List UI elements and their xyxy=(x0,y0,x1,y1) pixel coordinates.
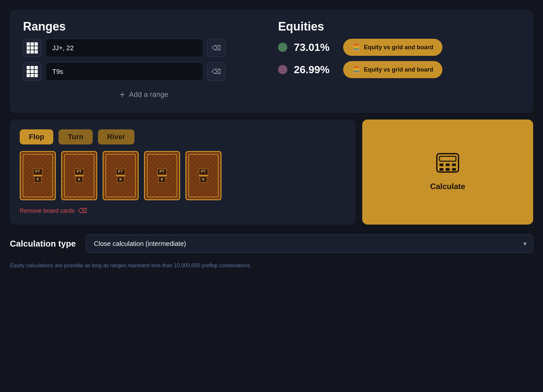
add-range-label: Add a range xyxy=(129,90,168,99)
street-buttons: Flop Turn River xyxy=(20,129,346,144)
svg-rect-7 xyxy=(452,168,456,171)
turn-button[interactable]: Turn xyxy=(59,129,92,144)
calc-type-label: Calculation type xyxy=(10,239,76,249)
cards-row: PT K PT K PT xyxy=(20,151,346,200)
card-logo-bar-4 xyxy=(157,175,167,176)
main-content-row: Ranges ⌫ xyxy=(23,20,520,103)
grid-btn-1[interactable] xyxy=(23,39,41,57)
equities-title: Equities xyxy=(278,20,520,33)
svg-rect-1 xyxy=(439,156,456,161)
svg-rect-5 xyxy=(439,168,443,171)
card-logo-top-3: PT xyxy=(116,169,126,174)
board-card-2[interactable]: PT K xyxy=(61,151,97,200)
equity-btn-label-1: Equity vs grid and board xyxy=(364,44,433,51)
svg-rect-2 xyxy=(439,163,443,166)
grid-icon-1 xyxy=(27,42,38,54)
card-logo-bottom-2: K xyxy=(76,177,83,183)
calc-type-select-wrapper: Close calculation (intermediate) Exact c… xyxy=(86,234,533,253)
equity-row-2: 26.99% 🧮 Equity vs grid and board xyxy=(278,61,520,78)
middle-row: Flop Turn River PT K PT xyxy=(10,120,533,225)
calc-type-row: Calculation type Close calculation (inte… xyxy=(10,231,533,256)
grid-btn-2[interactable] xyxy=(23,62,41,81)
river-button[interactable]: River xyxy=(98,129,134,144)
card-logo-bottom-5: K xyxy=(200,177,207,183)
equity-btn-1[interactable]: 🧮 Equity vs grid and board xyxy=(343,39,442,56)
calc-type-select[interactable]: Close calculation (intermediate) Exact c… xyxy=(86,234,533,253)
range-input-1[interactable] xyxy=(45,39,203,57)
remove-board-button[interactable]: Remove board cards ⌫ xyxy=(20,207,346,215)
card-logo-bar-3 xyxy=(116,175,125,176)
svg-rect-3 xyxy=(446,163,450,166)
svg-rect-4 xyxy=(452,163,456,166)
calculate-label: Calculate xyxy=(430,182,465,191)
grid-icon-2 xyxy=(27,66,38,77)
equity-value-1: 73.01% xyxy=(294,41,337,54)
equity-value-2: 26.99% xyxy=(294,64,337,76)
equity-btn-icon-1: 🧮 xyxy=(352,43,361,51)
range-row-1: ⌫ xyxy=(23,39,265,57)
card-logo-4: PT K xyxy=(157,169,167,183)
flop-button[interactable]: Flop xyxy=(20,129,53,144)
card-logo-bar-1 xyxy=(33,175,42,176)
card-logo-5: PT K xyxy=(199,169,208,183)
card-logo-bar-2 xyxy=(75,175,84,176)
board-card-1[interactable]: PT K xyxy=(20,151,56,200)
ranges-title: Ranges xyxy=(23,20,265,33)
equity-btn-label-2: Equity vs grid and board xyxy=(364,66,433,73)
card-logo-bottom-4: K xyxy=(158,177,165,183)
board-card-3[interactable]: PT K xyxy=(103,151,139,200)
card-logo-3: PT K xyxy=(116,169,126,183)
remove-board-icon: ⌫ xyxy=(78,207,87,215)
clear-btn-1[interactable]: ⌫ xyxy=(207,39,225,57)
equity-btn-2[interactable]: 🧮 Equity vs grid and board xyxy=(343,61,442,78)
equity-dot-2 xyxy=(278,65,287,74)
card-logo-2: PT K xyxy=(75,169,84,183)
calculator-icon xyxy=(436,153,459,177)
top-panel: Ranges ⌫ xyxy=(10,10,533,113)
card-logo-top-5: PT xyxy=(199,169,208,174)
card-logo-bottom-1: K xyxy=(34,177,41,183)
card-logo-top-4: PT xyxy=(157,169,167,174)
ranges-section: Ranges ⌫ xyxy=(23,20,265,103)
card-logo-top-2: PT xyxy=(75,169,84,174)
board-panel: Flop Turn River PT K PT xyxy=(10,120,356,225)
range-input-2[interactable] xyxy=(45,62,203,81)
equity-btn-icon-2: 🧮 xyxy=(352,66,361,74)
clear-btn-2[interactable]: ⌫ xyxy=(207,62,225,81)
card-logo-top-1: PT xyxy=(33,169,43,174)
card-logo-bottom-3: K xyxy=(117,177,124,183)
card-logo-1: PT K xyxy=(33,169,43,183)
equities-section: Equities 73.01% 🧮 Equity vs grid and boa… xyxy=(278,20,520,78)
board-card-4[interactable]: PT K xyxy=(144,151,180,200)
calculate-panel[interactable]: Calculate xyxy=(362,120,533,225)
board-card-5[interactable]: PT K xyxy=(185,151,222,200)
footer-note: Equity calculations are possible as long… xyxy=(10,263,533,269)
card-logo-bar-5 xyxy=(199,175,208,176)
equity-row-1: 73.01% 🧮 Equity vs grid and board xyxy=(278,39,520,56)
range-row-2: ⌫ xyxy=(23,62,265,81)
remove-board-label: Remove board cards xyxy=(20,207,75,214)
equity-dot-1 xyxy=(278,43,287,52)
add-range-button[interactable]: + Add a range xyxy=(23,86,265,103)
add-range-plus-icon: + xyxy=(120,89,125,100)
svg-rect-6 xyxy=(446,168,450,171)
